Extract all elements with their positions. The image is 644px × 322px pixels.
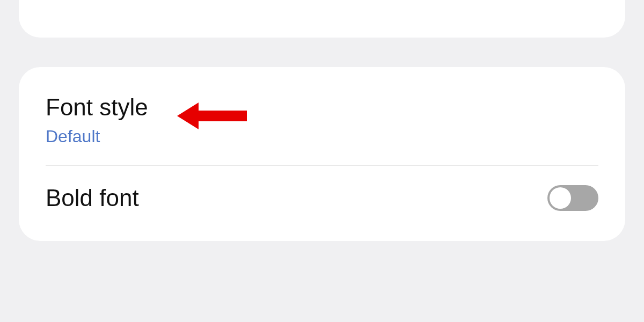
font-style-title: Font style — [46, 94, 148, 121]
previous-settings-card — [19, 0, 625, 38]
font-settings-card: Font style Default Bold font — [19, 67, 625, 241]
font-style-value: Default — [46, 127, 100, 147]
bold-font-toggle[interactable] — [547, 185, 598, 211]
bold-font-title: Bold font — [46, 185, 139, 212]
bold-font-row[interactable]: Bold font — [19, 166, 625, 241]
toggle-knob — [550, 187, 571, 209]
font-style-row[interactable]: Font style Default — [19, 67, 625, 165]
